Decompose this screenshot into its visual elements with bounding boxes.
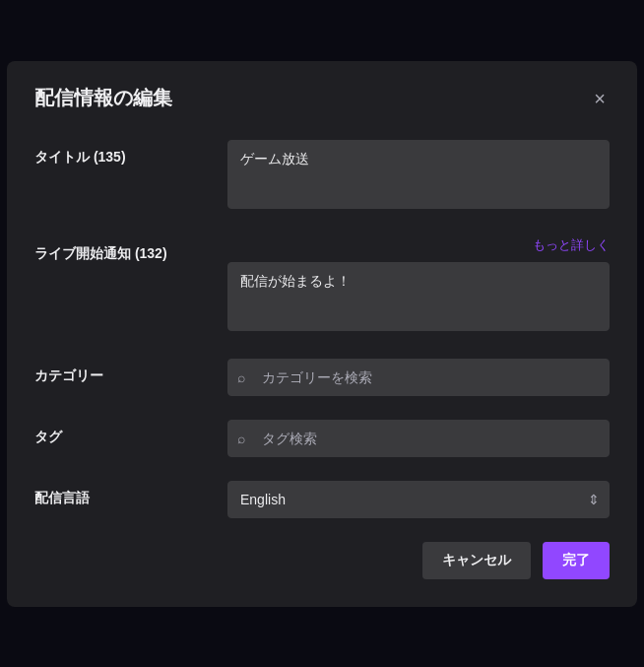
- language-select-wrapper: English 日本語 中文 한국어 Español Français Deut…: [227, 481, 610, 518]
- language-section: 配信言語 English 日本語 中文 한국어 Español Français…: [34, 481, 610, 518]
- notification-section: ライブ開始通知 (132) もっと詳しく: [34, 236, 610, 335]
- language-label-col: 配信言語: [34, 481, 212, 507]
- tag-input-col: ⌕: [227, 420, 610, 457]
- tag-search-input[interactable]: [227, 420, 610, 457]
- language-label: 配信言語: [34, 490, 90, 505]
- tag-search-wrapper: ⌕: [227, 420, 610, 457]
- modal-title: 配信情報の編集: [34, 85, 172, 111]
- category-label-col: カテゴリー: [34, 359, 212, 385]
- tag-label: タグ: [34, 429, 62, 444]
- modal-header: 配信情報の編集 ×: [34, 85, 610, 112]
- modal-dialog: 配信情報の編集 × タイトル (135) ライブ開始通知 (132) もっと詳し…: [7, 61, 637, 607]
- notification-header: もっと詳しく: [227, 236, 610, 254]
- category-section: カテゴリー ⌕: [34, 359, 610, 396]
- category-label: カテゴリー: [34, 367, 103, 383]
- notification-label: ライブ開始通知 (132): [34, 245, 167, 261]
- title-label: タイトル (135): [34, 149, 126, 165]
- notification-input[interactable]: [227, 262, 610, 331]
- title-input[interactable]: [227, 140, 610, 209]
- more-detail-link[interactable]: もっと詳しく: [533, 236, 610, 254]
- category-search-input[interactable]: [227, 359, 610, 396]
- notification-input-col: もっと詳しく: [227, 236, 610, 335]
- title-input-col: [227, 140, 610, 213]
- language-input-col: English 日本語 中文 한국어 Español Français Deut…: [227, 481, 610, 518]
- category-input-col: ⌕: [227, 359, 610, 396]
- modal-footer: キャンセル 完了: [34, 542, 610, 579]
- tag-section: タグ ⌕: [34, 420, 610, 457]
- category-search-wrapper: ⌕: [227, 359, 610, 396]
- modal-overlay: 配信情報の編集 × タイトル (135) ライブ開始通知 (132) もっと詳し…: [0, 0, 644, 667]
- notification-label-col: ライブ開始通知 (132): [34, 236, 212, 263]
- cancel-button[interactable]: キャンセル: [422, 542, 531, 579]
- title-section: タイトル (135): [34, 140, 610, 213]
- done-button[interactable]: 完了: [543, 542, 610, 579]
- language-select[interactable]: English 日本語 中文 한국어 Español Français Deut…: [227, 481, 610, 518]
- close-button[interactable]: ×: [590, 85, 610, 112]
- title-label-col: タイトル (135): [34, 140, 212, 167]
- tag-label-col: タグ: [34, 420, 212, 446]
